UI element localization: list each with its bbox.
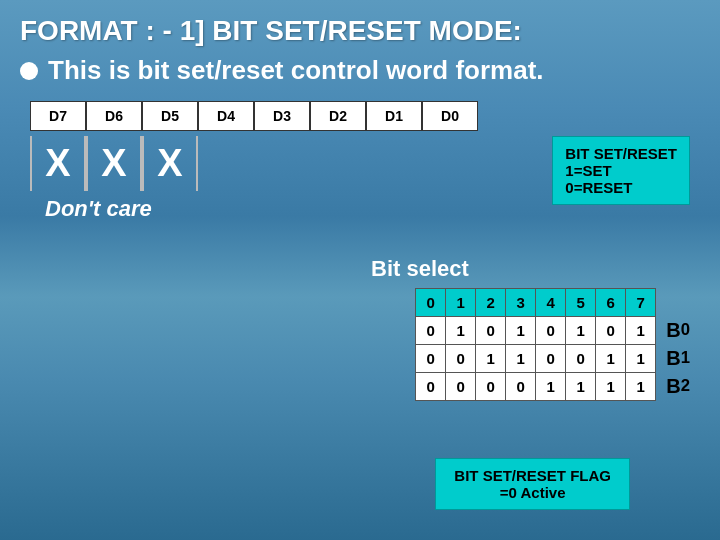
r0c3: 1 [506, 317, 536, 345]
r0c7: 1 [626, 317, 656, 345]
table-row-0: 0 1 0 1 0 1 0 1 [416, 317, 656, 345]
bit-set-reset-line3: 0=RESET [565, 179, 677, 196]
th-2: 2 [476, 289, 506, 317]
d-cell-6: D6 [86, 101, 142, 131]
table-and-labels: 0 1 2 3 4 5 6 7 0 1 0 1 0 1 0 1 0 0 [20, 288, 690, 401]
x-label-0: X [30, 136, 86, 191]
th-3: 3 [506, 289, 536, 317]
d-cell-4: D4 [198, 101, 254, 131]
subtitle: This is bit set/reset control word forma… [48, 55, 544, 86]
r2c4: 1 [536, 373, 566, 401]
table-row-1: 0 0 1 1 0 0 1 1 [416, 345, 656, 373]
b-label-spacer [666, 288, 690, 316]
r2c1: 0 [446, 373, 476, 401]
bit-set-reset-line1: BIT SET/RESET [565, 145, 677, 162]
r2c6: 1 [596, 373, 626, 401]
th-0: 0 [416, 289, 446, 317]
b-labels-column: B0 B1 B2 [666, 288, 690, 400]
r2c5: 1 [566, 373, 596, 401]
main-content: FORMAT : - 1] BIT SET/RESET MODE: This i… [0, 0, 720, 540]
r1c3: 1 [506, 345, 536, 373]
r0c6: 0 [596, 317, 626, 345]
r0c2: 0 [476, 317, 506, 345]
d-register-row: D7 D6 D5 D4 D3 D2 D1 D0 [30, 101, 700, 131]
b-label-0: B0 [666, 316, 690, 344]
r1c2: 1 [476, 345, 506, 373]
d-cell-5: D5 [142, 101, 198, 131]
bit-select-label: Bit select [220, 256, 620, 282]
flag-line1: BIT SET/RESET FLAG [454, 467, 611, 484]
r1c4: 0 [536, 345, 566, 373]
table-header-row: 0 1 2 3 4 5 6 7 [416, 289, 656, 317]
page-title: FORMAT : - 1] BIT SET/RESET MODE: [20, 15, 700, 47]
th-4: 4 [536, 289, 566, 317]
x-label-2: X [142, 136, 198, 191]
table-row-2: 0 0 0 0 1 1 1 1 [416, 373, 656, 401]
th-6: 6 [596, 289, 626, 317]
r0c0: 0 [416, 317, 446, 345]
d-cell-0: D0 [422, 101, 478, 131]
r1c0: 0 [416, 345, 446, 373]
bullet-point [20, 62, 38, 80]
r1c5: 0 [566, 345, 596, 373]
r1c1: 0 [446, 345, 476, 373]
bit-set-reset-box: BIT SET/RESET 1=SET 0=RESET [552, 136, 690, 205]
r0c5: 1 [566, 317, 596, 345]
th-7: 7 [626, 289, 656, 317]
th-1: 1 [446, 289, 476, 317]
flag-line2: =0 Active [454, 484, 611, 501]
r2c2: 0 [476, 373, 506, 401]
bullet-line: This is bit set/reset control word forma… [20, 55, 700, 86]
diagram-row: X X X Don't care BIT SET/RESET 1=SET 0=R… [30, 136, 700, 256]
r0c1: 1 [446, 317, 476, 345]
b-label-2: B2 [666, 372, 690, 400]
r2c3: 0 [506, 373, 536, 401]
r1c7: 1 [626, 345, 656, 373]
r1c6: 1 [596, 345, 626, 373]
bit-set-reset-line2: 1=SET [565, 162, 677, 179]
bit-table: 0 1 2 3 4 5 6 7 0 1 0 1 0 1 0 1 0 0 [415, 288, 656, 401]
b-label-1: B1 [666, 344, 690, 372]
x-label-1: X [86, 136, 142, 191]
d-cell-3: D3 [254, 101, 310, 131]
d-cell-1: D1 [366, 101, 422, 131]
th-5: 5 [566, 289, 596, 317]
r0c4: 0 [536, 317, 566, 345]
flag-box: BIT SET/RESET FLAG =0 Active [435, 458, 630, 510]
r2c7: 1 [626, 373, 656, 401]
d-cell-2: D2 [310, 101, 366, 131]
d-cell-7: D7 [30, 101, 86, 131]
r2c0: 0 [416, 373, 446, 401]
